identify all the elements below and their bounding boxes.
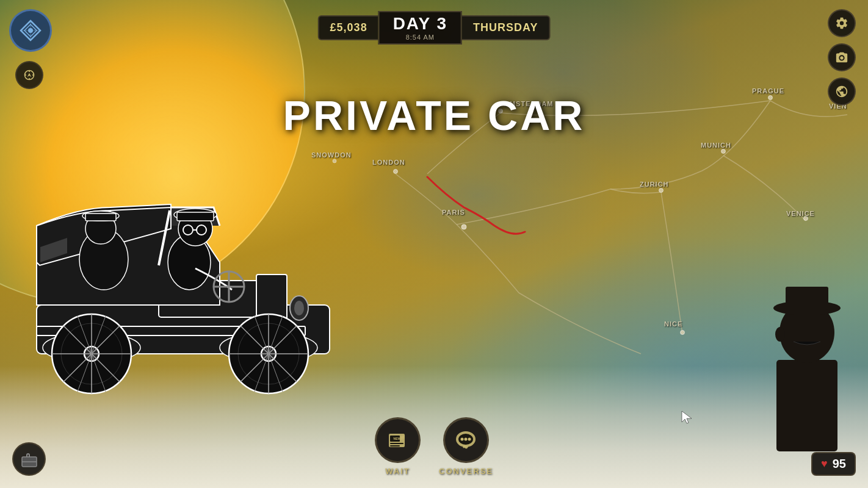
svg-text:NEWS: NEWS xyxy=(393,437,403,440)
top-right-buttons xyxy=(828,9,856,106)
city-paris: PARIS xyxy=(442,209,465,216)
wait-action[interactable]: NEWS WAIT xyxy=(375,417,421,476)
top-hud: £5,038 DAY 3 8:54 AM THURSDAY xyxy=(318,11,551,45)
navigation-button[interactable] xyxy=(15,61,43,89)
scene-title: PRIVATE CAR xyxy=(283,92,585,139)
bottom-actions: NEWS WAIT CONVERSE xyxy=(375,417,493,476)
wait-button-circle[interactable]: NEWS xyxy=(375,417,421,463)
time-display: 8:54 AM xyxy=(406,34,435,41)
health-value: 95 xyxy=(833,457,846,471)
briefcase-button[interactable] xyxy=(12,442,46,476)
svg-rect-70 xyxy=(390,443,403,444)
converse-action[interactable]: CONVERSE xyxy=(439,417,493,476)
city-snowdon: SNOWDON xyxy=(311,151,352,159)
globe-button[interactable] xyxy=(828,77,856,106)
svg-point-63 xyxy=(29,74,31,76)
svg-point-78 xyxy=(468,437,471,440)
svg-rect-71 xyxy=(390,445,400,447)
wait-label: WAIT xyxy=(385,467,410,476)
heart-icon: ♥ xyxy=(821,458,828,470)
logo-button[interactable] xyxy=(9,9,52,52)
settings-button[interactable] xyxy=(828,9,856,37)
city-nice: NICE xyxy=(664,320,682,328)
map-background: AMSTERDAM LONDON SNOWDON PARIS MUNICH ZU… xyxy=(0,0,868,488)
converse-button-circle[interactable] xyxy=(443,417,489,463)
city-venice: VENICE xyxy=(786,210,815,217)
svg-point-77 xyxy=(465,437,468,440)
city-prague: PRAGUE xyxy=(752,87,784,95)
camera-button[interactable] xyxy=(828,43,856,71)
day-name-display: THURSDAY xyxy=(462,15,550,40)
health-display: ♥ 95 xyxy=(811,452,856,476)
converse-label: CONVERSE xyxy=(439,467,493,476)
day-badge: DAY 3 8:54 AM xyxy=(378,11,462,45)
city-london: LONDON xyxy=(372,159,405,166)
svg-point-76 xyxy=(461,437,464,440)
city-munich: MUNICH xyxy=(701,142,731,149)
money-display: £5,038 xyxy=(318,15,378,40)
day-label: DAY 3 xyxy=(393,15,447,34)
city-zurich: ZURICH xyxy=(640,181,669,188)
